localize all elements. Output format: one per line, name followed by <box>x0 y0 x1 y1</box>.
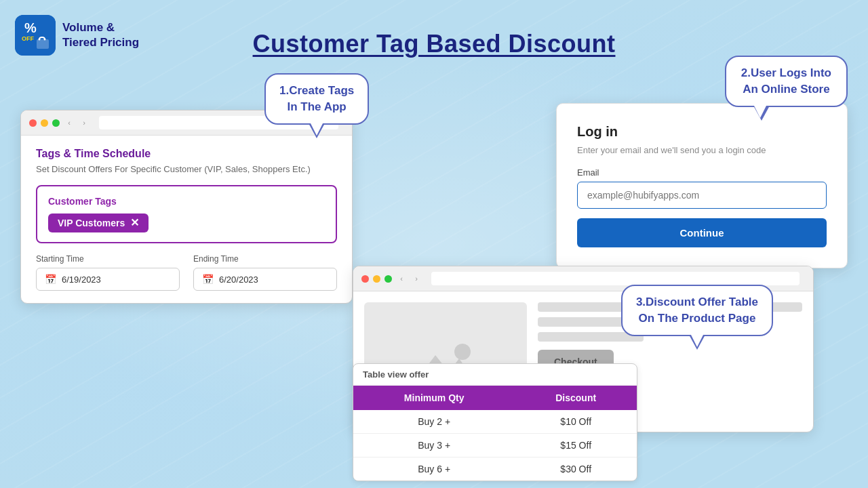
bubble-discount-table: 3.Discount Offer Table On The Product Pa… <box>621 285 773 336</box>
logo-icon: % OFF <box>15 15 56 56</box>
ending-time-label: Ending Time <box>193 254 337 264</box>
dot-green-product <box>384 275 392 283</box>
col-min-qty: Minimum Qty <box>353 386 515 410</box>
table-view-label: Table view offer <box>353 364 637 386</box>
customer-tags-box: Customer Tags VIP Customers ✕ <box>36 185 337 243</box>
logo-area: % OFF Volume & Tiered Pricing <box>15 15 139 56</box>
discount-cell: $10 Off <box>515 410 637 434</box>
svg-point-4 <box>39 39 41 41</box>
calendar-icon-start: 📅 <box>45 274 56 285</box>
vip-tag-chip[interactable]: VIP Customers ✕ <box>48 214 149 232</box>
discount-cell: $30 Off <box>515 458 637 481</box>
discount-table-container: Table view offer Minimum Qty Discount Bu… <box>353 363 637 481</box>
qty-cell: Buy 3 + <box>353 434 515 458</box>
nav-forward-btn-product[interactable]: › <box>411 273 422 284</box>
svg-point-6 <box>454 344 471 360</box>
ending-time-value: 6/20/2023 <box>219 274 258 285</box>
panel-subtitle: Set Discount Offers For Specific Custome… <box>36 164 337 174</box>
starting-time-input[interactable]: 📅 6/19/2023 <box>36 268 180 291</box>
login-subtitle: Enter your email and we'll send you a lo… <box>577 145 827 155</box>
left-panel-content: Tags & Time Schedule Set Discount Offers… <box>21 136 352 303</box>
dot-red <box>29 119 37 127</box>
ending-time-field: Ending Time 📅 6/20/2023 <box>193 254 337 291</box>
discount-table-row: Buy 3 + $15 Off <box>353 434 637 458</box>
url-bar-product <box>431 272 800 285</box>
panel-title: Tags & Time Schedule <box>36 148 337 160</box>
email-input[interactable] <box>577 182 827 209</box>
qty-cell: Buy 2 + <box>353 410 515 434</box>
nav-back-btn[interactable]: ‹ <box>64 117 75 128</box>
dot-yellow <box>41 119 48 127</box>
customer-tags-label: Customer Tags <box>48 196 325 207</box>
starting-time-label: Starting Time <box>36 254 180 264</box>
dot-green <box>52 119 60 127</box>
left-browser-window: ‹ › Tags & Time Schedule Set Discount Of… <box>20 110 353 304</box>
bubble-create-tags: 1.Create Tags In The App <box>264 73 369 125</box>
bubble-user-login: 2.User Logs Into An Online Store <box>725 56 848 107</box>
ending-time-input[interactable]: 📅 6/20/2023 <box>193 268 337 291</box>
svg-point-5 <box>44 39 46 41</box>
svg-text:OFF: OFF <box>22 35 34 42</box>
nav-back-btn-product[interactable]: ‹ <box>396 273 407 284</box>
qty-cell: Buy 6 + <box>353 458 515 481</box>
discount-table-row: Buy 2 + $10 Off <box>353 410 637 434</box>
starting-time-value: 6/19/2023 <box>62 274 101 285</box>
discount-table-row: Buy 6 + $30 Off <box>353 458 637 481</box>
continue-button[interactable]: Continue <box>577 218 827 247</box>
email-label: Email <box>577 167 827 178</box>
calendar-icon-end: 📅 <box>202 274 214 285</box>
svg-text:%: % <box>24 20 37 35</box>
page-title: Customer Tag Based Discount <box>253 30 616 58</box>
svg-rect-3 <box>37 39 49 49</box>
nav-forward-btn[interactable]: › <box>79 117 90 128</box>
login-window: Log in Enter your email and we'll send y… <box>556 103 848 268</box>
starting-time-field: Starting Time 📅 6/19/2023 <box>36 254 180 291</box>
dot-red-product <box>361 275 369 283</box>
dot-yellow-product <box>373 275 380 283</box>
col-discount: Discount <box>515 386 637 410</box>
logo-text: Volume & Tiered Pricing <box>62 20 139 50</box>
tag-remove-btn[interactable]: ✕ <box>130 218 139 228</box>
discount-table: Minimum Qty Discount Buy 2 + $10 Off Buy… <box>353 386 637 481</box>
time-section: Starting Time 📅 6/19/2023 Ending Time 📅 … <box>36 254 337 291</box>
login-title: Log in <box>577 124 827 140</box>
discount-cell: $15 Off <box>515 434 637 458</box>
tag-label: VIP Customers <box>58 218 125 228</box>
